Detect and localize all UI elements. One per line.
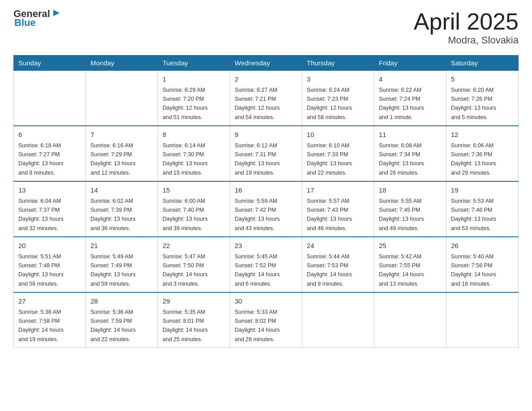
day-number: 1 (163, 74, 225, 85)
calendar-cell: 9Sunrise: 6:12 AM Sunset: 7:31 PM Daylig… (230, 126, 302, 181)
calendar-week-row: 6Sunrise: 6:18 AM Sunset: 7:27 PM Daylig… (14, 126, 519, 181)
day-info: Sunrise: 5:36 AM Sunset: 7:59 PM Dayligh… (90, 309, 136, 342)
calendar-cell: 6Sunrise: 6:18 AM Sunset: 7:27 PM Daylig… (14, 126, 86, 181)
day-info: Sunrise: 6:14 AM Sunset: 7:30 PM Dayligh… (163, 142, 208, 176)
day-number: 5 (451, 74, 514, 85)
calendar-cell: 8Sunrise: 6:14 AM Sunset: 7:30 PM Daylig… (158, 126, 230, 181)
calendar-cell (86, 71, 158, 126)
calendar-cell: 4Sunrise: 6:22 AM Sunset: 7:24 PM Daylig… (374, 71, 446, 126)
calendar-cell: 10Sunrise: 6:10 AM Sunset: 7:33 PM Dayli… (302, 126, 374, 181)
calendar-cell: 21Sunrise: 5:49 AM Sunset: 7:49 PM Dayli… (86, 237, 158, 292)
logo: General Blue (13, 9, 61, 28)
calendar-week-row: 1Sunrise: 6:29 AM Sunset: 7:20 PM Daylig… (14, 71, 519, 126)
day-info: Sunrise: 6:27 AM Sunset: 7:21 PM Dayligh… (235, 87, 280, 120)
day-info: Sunrise: 6:16 AM Sunset: 7:29 PM Dayligh… (90, 142, 136, 176)
day-info: Sunrise: 6:04 AM Sunset: 7:37 PM Dayligh… (18, 198, 64, 231)
day-info: Sunrise: 6:12 AM Sunset: 7:31 PM Dayligh… (235, 142, 280, 176)
calendar-cell: 5Sunrise: 6:20 AM Sunset: 7:26 PM Daylig… (446, 71, 519, 126)
day-number: 22 (163, 241, 225, 251)
calendar-header-row: SundayMondayTuesdayWednesdayThursdayFrid… (14, 56, 519, 71)
day-info: Sunrise: 5:44 AM Sunset: 7:53 PM Dayligh… (307, 253, 352, 287)
day-number: 8 (163, 130, 225, 140)
calendar-week-row: 20Sunrise: 5:51 AM Sunset: 7:48 PM Dayli… (14, 237, 519, 292)
svg-marker-0 (53, 10, 60, 16)
calendar-cell: 1Sunrise: 6:29 AM Sunset: 7:20 PM Daylig… (158, 71, 230, 126)
day-info: Sunrise: 5:55 AM Sunset: 7:45 PM Dayligh… (379, 198, 424, 231)
day-info: Sunrise: 5:38 AM Sunset: 7:58 PM Dayligh… (18, 309, 64, 342)
day-number: 12 (451, 130, 514, 140)
page-title: April 2025 (414, 9, 519, 34)
calendar-cell: 23Sunrise: 5:45 AM Sunset: 7:52 PM Dayli… (230, 237, 302, 292)
calendar-cell: 7Sunrise: 6:16 AM Sunset: 7:29 PM Daylig… (86, 126, 158, 181)
day-number: 7 (90, 130, 153, 140)
day-info: Sunrise: 6:20 AM Sunset: 7:26 PM Dayligh… (451, 87, 496, 120)
day-info: Sunrise: 6:18 AM Sunset: 7:27 PM Dayligh… (18, 142, 64, 176)
day-info: Sunrise: 5:59 AM Sunset: 7:42 PM Dayligh… (235, 198, 280, 231)
day-info: Sunrise: 5:33 AM Sunset: 8:02 PM Dayligh… (235, 309, 280, 342)
calendar-week-row: 27Sunrise: 5:38 AM Sunset: 7:58 PM Dayli… (14, 292, 519, 348)
calendar-cell: 13Sunrise: 6:04 AM Sunset: 7:37 PM Dayli… (14, 181, 86, 237)
day-number: 16 (235, 185, 297, 196)
logo-icon (51, 8, 61, 18)
day-number: 26 (451, 241, 514, 251)
day-info: Sunrise: 5:45 AM Sunset: 7:52 PM Dayligh… (235, 253, 280, 287)
day-info: Sunrise: 6:08 AM Sunset: 7:34 PM Dayligh… (379, 142, 424, 176)
day-number: 18 (379, 185, 442, 196)
calendar-cell: 24Sunrise: 5:44 AM Sunset: 7:53 PM Dayli… (302, 237, 374, 292)
day-number: 29 (163, 296, 225, 307)
day-info: Sunrise: 6:24 AM Sunset: 7:23 PM Dayligh… (307, 87, 352, 120)
day-info: Sunrise: 6:00 AM Sunset: 7:40 PM Dayligh… (163, 198, 208, 231)
day-number: 28 (90, 296, 153, 307)
calendar-cell (302, 292, 374, 348)
calendar-cell: 2Sunrise: 6:27 AM Sunset: 7:21 PM Daylig… (230, 71, 302, 126)
day-info: Sunrise: 5:57 AM Sunset: 7:43 PM Dayligh… (307, 198, 352, 231)
calendar-cell (446, 292, 519, 348)
day-info: Sunrise: 5:42 AM Sunset: 7:55 PM Dayligh… (379, 253, 424, 287)
day-info: Sunrise: 5:49 AM Sunset: 7:49 PM Dayligh… (90, 253, 136, 287)
day-info: Sunrise: 6:22 AM Sunset: 7:24 PM Dayligh… (379, 87, 424, 120)
day-number: 25 (379, 241, 442, 251)
header-day-wednesday: Wednesday (230, 56, 302, 71)
day-number: 21 (90, 241, 153, 251)
day-info: Sunrise: 6:10 AM Sunset: 7:33 PM Dayligh… (307, 142, 352, 176)
day-number: 10 (307, 130, 369, 140)
calendar-cell (14, 71, 86, 126)
day-info: Sunrise: 6:02 AM Sunset: 7:39 PM Dayligh… (90, 198, 136, 231)
calendar-cell: 29Sunrise: 5:35 AM Sunset: 8:01 PM Dayli… (158, 292, 230, 348)
day-info: Sunrise: 5:53 AM Sunset: 7:46 PM Dayligh… (451, 198, 496, 231)
day-number: 6 (18, 130, 81, 140)
day-number: 23 (235, 241, 297, 251)
day-number: 17 (307, 185, 369, 196)
calendar-cell: 3Sunrise: 6:24 AM Sunset: 7:23 PM Daylig… (302, 71, 374, 126)
day-info: Sunrise: 5:51 AM Sunset: 7:48 PM Dayligh… (18, 253, 64, 287)
calendar-cell: 19Sunrise: 5:53 AM Sunset: 7:46 PM Dayli… (446, 181, 519, 237)
calendar-table: SundayMondayTuesdayWednesdayThursdayFrid… (13, 55, 519, 348)
day-number: 3 (307, 74, 369, 85)
calendar-cell: 27Sunrise: 5:38 AM Sunset: 7:58 PM Dayli… (14, 292, 86, 348)
calendar-cell: 30Sunrise: 5:33 AM Sunset: 8:02 PM Dayli… (230, 292, 302, 348)
calendar-cell: 18Sunrise: 5:55 AM Sunset: 7:45 PM Dayli… (374, 181, 446, 237)
day-number: 9 (235, 130, 297, 140)
header-day-thursday: Thursday (302, 56, 374, 71)
calendar-cell: 25Sunrise: 5:42 AM Sunset: 7:55 PM Dayli… (374, 237, 446, 292)
calendar-cell: 16Sunrise: 5:59 AM Sunset: 7:42 PM Dayli… (230, 181, 302, 237)
day-info: Sunrise: 6:06 AM Sunset: 7:36 PM Dayligh… (451, 142, 496, 176)
day-number: 30 (235, 296, 297, 307)
calendar-cell: 11Sunrise: 6:08 AM Sunset: 7:34 PM Dayli… (374, 126, 446, 181)
calendar-cell: 15Sunrise: 6:00 AM Sunset: 7:40 PM Dayli… (158, 181, 230, 237)
day-info: Sunrise: 5:40 AM Sunset: 7:56 PM Dayligh… (451, 253, 496, 287)
day-number: 20 (18, 241, 81, 251)
title-block: April 2025 Modra, Slovakia (414, 9, 519, 46)
header-day-monday: Monday (86, 56, 158, 71)
day-number: 11 (379, 130, 442, 140)
header-day-tuesday: Tuesday (158, 56, 230, 71)
day-info: Sunrise: 6:29 AM Sunset: 7:20 PM Dayligh… (163, 87, 208, 120)
calendar-week-row: 13Sunrise: 6:04 AM Sunset: 7:37 PM Dayli… (14, 181, 519, 237)
day-number: 27 (18, 296, 81, 307)
day-info: Sunrise: 5:47 AM Sunset: 7:50 PM Dayligh… (163, 253, 208, 287)
header-day-saturday: Saturday (446, 56, 519, 71)
page-subtitle: Modra, Slovakia (414, 34, 519, 46)
day-number: 15 (163, 185, 225, 196)
day-number: 14 (90, 185, 153, 196)
day-number: 4 (379, 74, 442, 85)
